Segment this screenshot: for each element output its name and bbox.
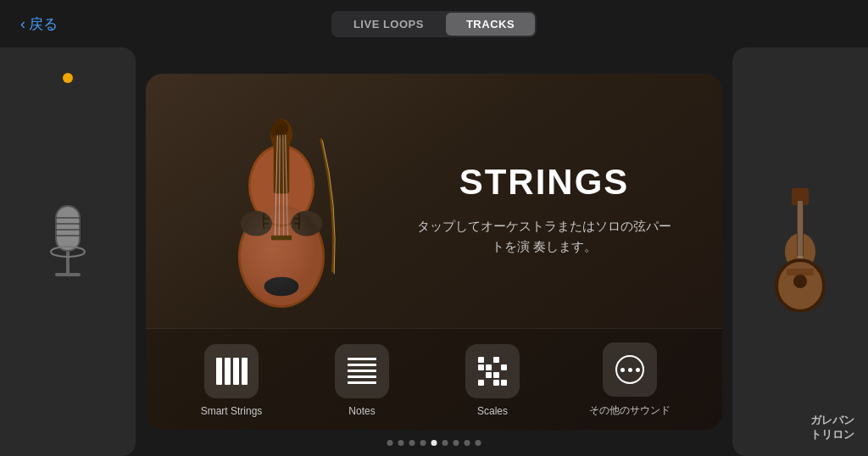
card-title: STRINGS [459,162,630,203]
page-dot-5[interactable] [431,440,437,446]
violin-area [163,91,400,328]
smart-strings-icon-box [204,344,259,398]
smart-strings-label: Smart Strings [201,405,263,417]
tab-live-loops[interactable]: LIVE LOOPS [333,13,444,36]
page-dot-9[interactable] [476,440,481,446]
back-label: 戻る [29,14,58,34]
scales-option[interactable]: Scales [459,344,526,417]
scales-icon [478,357,507,386]
page-dot-2[interactable] [398,440,404,446]
svg-point-35 [238,205,325,308]
page-dot-1[interactable] [387,440,393,446]
scales-label: Scales [477,405,508,417]
back-button[interactable]: ‹ 戻る [20,14,58,34]
notes-icon-box [335,344,389,398]
notes-icon [348,358,376,384]
scales-icon-box [465,344,520,398]
top-bar: ‹ 戻る LIVE LOOPS TRACKS [0,0,868,47]
more-sounds-label: その他のサウンド [589,403,670,418]
watermark-line1: ガレバン [810,414,854,428]
page-dot-4[interactable] [420,440,426,446]
page-dot-6[interactable] [442,440,448,446]
tab-group: LIVE LOOPS TRACKS [331,11,537,37]
more-icon-box [603,342,657,397]
page-indicators [387,440,481,446]
card-bottom: Smart Strings Notes [146,328,722,430]
watermark: ガレバン トリロン [810,414,854,442]
page-dot-8[interactable] [465,440,470,446]
back-chevron-icon: ‹ [20,15,25,33]
notes-label: Notes [348,405,375,417]
notes-option[interactable]: Notes [328,344,396,417]
content-area: STRINGS タップしてオーケストラまたはソロの弦パートを演 奏します。 Sm… [0,47,868,456]
smart-strings-option[interactable]: Smart Strings [198,344,265,417]
card-top: STRINGS タップしてオーケストラまたはソロの弦パートを演 奏します。 [146,74,722,328]
page-dot-3[interactable] [409,440,415,446]
violin-image [197,99,366,320]
smart-strings-icon [216,358,248,385]
card-text-area: STRINGS タップしてオーケストラまたはソロの弦パートを演 奏します。 [400,145,688,274]
more-icon [615,355,644,384]
main-card: STRINGS タップしてオーケストラまたはソロの弦パートを演 奏します。 Sm… [146,74,722,430]
page-dot-7[interactable] [453,440,459,446]
watermark-line2: トリロン [810,428,854,442]
card-description: タップしてオーケストラまたはソロの弦パートを演 奏します。 [417,216,671,257]
tab-tracks[interactable]: TRACKS [446,13,535,36]
more-sounds-option[interactable]: その他のサウンド [589,342,670,418]
